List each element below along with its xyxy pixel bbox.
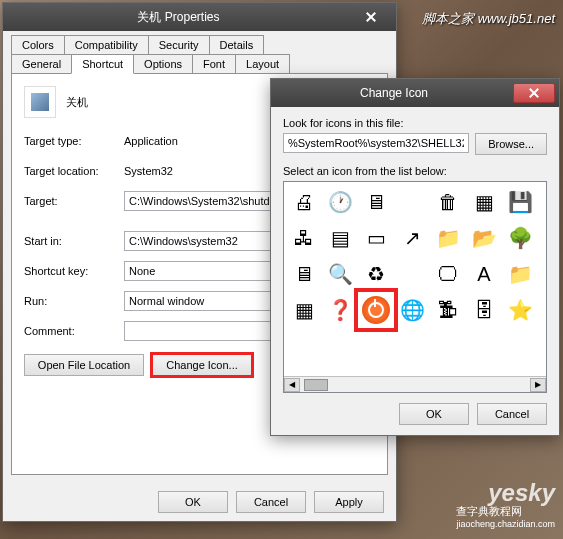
close-icon — [529, 88, 539, 98]
folder3-icon[interactable]: 📁 — [504, 258, 536, 290]
changeicon-title: Change Icon — [275, 86, 513, 100]
tab-general[interactable]: General — [11, 54, 72, 74]
comment-label: Comment: — [24, 325, 124, 337]
close-icon — [366, 12, 376, 22]
shortcut-name: 关机 — [66, 95, 88, 110]
recycle-icon[interactable]: 🗑 — [432, 186, 464, 218]
star-icon[interactable]: ⭐ — [504, 294, 536, 326]
tab-font[interactable]: Font — [192, 54, 236, 74]
window-icon[interactable]: ▭ — [360, 222, 392, 254]
change-icon-button[interactable]: Change Icon... — [152, 354, 252, 376]
network-icon[interactable]: 🖧 — [288, 222, 320, 254]
tabs-container: Colors Compatibility Security Details Ge… — [3, 31, 396, 73]
changeicon-titlebar[interactable]: Change Icon — [271, 79, 559, 107]
folder2-icon[interactable]: 📂 — [468, 222, 500, 254]
server-icon[interactable]: 🗄 — [468, 294, 500, 326]
watermark-yesky: yesky — [488, 479, 555, 507]
changeicon-cancel-button[interactable]: Cancel — [477, 403, 547, 425]
font-icon[interactable]: A — [468, 258, 500, 290]
icon-list[interactable]: 🖨🕐🖥🗑▦💾🖧▤▭↗📁📂🌳🖥🔍♻🖵A📁▦❓🌐🗜🗄⭐ ◀ ▶ — [283, 181, 547, 393]
shortcut-file-icon — [24, 86, 56, 118]
icon-path-input[interactable] — [283, 133, 469, 153]
grid-icon[interactable]: ▦ — [468, 186, 500, 218]
drive-icon[interactable]: 💾 — [504, 186, 536, 218]
folder1-icon[interactable]: 📁 — [432, 222, 464, 254]
tree-icon[interactable]: 🌳 — [504, 222, 536, 254]
power-icon[interactable] — [360, 294, 392, 326]
run-label: Run: — [24, 295, 124, 307]
computers-icon[interactable]: 🖥 — [288, 258, 320, 290]
close-button[interactable] — [350, 7, 392, 27]
tab-colors[interactable]: Colors — [11, 35, 65, 55]
blank1[interactable] — [396, 186, 428, 218]
look-for-label: Look for icons in this file: — [283, 117, 547, 129]
properties-titlebar[interactable]: 关机 Properties — [3, 3, 396, 31]
globe-icon[interactable]: 🌐 — [396, 294, 428, 326]
shortcutkey-label: Shortcut key: — [24, 265, 124, 277]
properties-footer: OK Cancel Apply — [3, 483, 396, 521]
open-file-location-button[interactable]: Open File Location — [24, 354, 144, 376]
scroll-thumb[interactable] — [304, 379, 328, 391]
tab-compatibility[interactable]: Compatibility — [64, 35, 149, 55]
apply-button[interactable]: Apply — [314, 491, 384, 513]
properties-title: 关机 Properties — [7, 9, 350, 26]
printer-icon[interactable]: 🖨 — [288, 186, 320, 218]
scroll-left-arrow[interactable]: ◀ — [284, 378, 300, 392]
panel-icon[interactable]: ▦ — [288, 294, 320, 326]
display-icon[interactable]: 🖵 — [432, 258, 464, 290]
clock-icon[interactable]: 🕐 — [324, 186, 356, 218]
help-icon[interactable]: ❓ — [324, 294, 356, 326]
scroll-right-arrow[interactable]: ▶ — [530, 378, 546, 392]
search-icon[interactable]: 🔍 — [324, 258, 356, 290]
icon-scrollbar[interactable]: ◀ ▶ — [284, 376, 546, 392]
target-label: Target: — [24, 195, 124, 207]
tab-details[interactable]: Details — [209, 35, 265, 55]
ok-button[interactable]: OK — [158, 491, 228, 513]
refresh-icon[interactable]: ♻ — [360, 258, 392, 290]
tab-shortcut[interactable]: Shortcut — [71, 54, 134, 74]
monitor-icon[interactable]: 🖥 — [360, 186, 392, 218]
changeicon-close-button[interactable] — [513, 83, 555, 103]
cancel-button[interactable]: Cancel — [236, 491, 306, 513]
browse-button[interactable]: Browse... — [475, 133, 547, 155]
zip-icon[interactable]: 🗜 — [432, 294, 464, 326]
tab-layout[interactable]: Layout — [235, 54, 290, 74]
tab-security[interactable]: Security — [148, 35, 210, 55]
change-icon-dialog: Change Icon Look for icons in this file:… — [270, 78, 560, 436]
startin-label: Start in: — [24, 235, 124, 247]
select-icon-label: Select an icon from the list below: — [283, 165, 547, 177]
target-location-label: Target location: — [24, 165, 124, 177]
watermark-bottom: 查字典教程网 jiaocheng.chazidian.com — [456, 504, 555, 529]
target-type-label: Target type: — [24, 135, 124, 147]
tab-options[interactable]: Options — [133, 54, 193, 74]
arrow-icon[interactable]: ↗ — [396, 222, 428, 254]
blank2[interactable] — [396, 258, 428, 290]
chip-icon[interactable]: ▤ — [324, 222, 356, 254]
changeicon-ok-button[interactable]: OK — [399, 403, 469, 425]
watermark-top: 脚本之家 www.jb51.net — [422, 10, 555, 28]
